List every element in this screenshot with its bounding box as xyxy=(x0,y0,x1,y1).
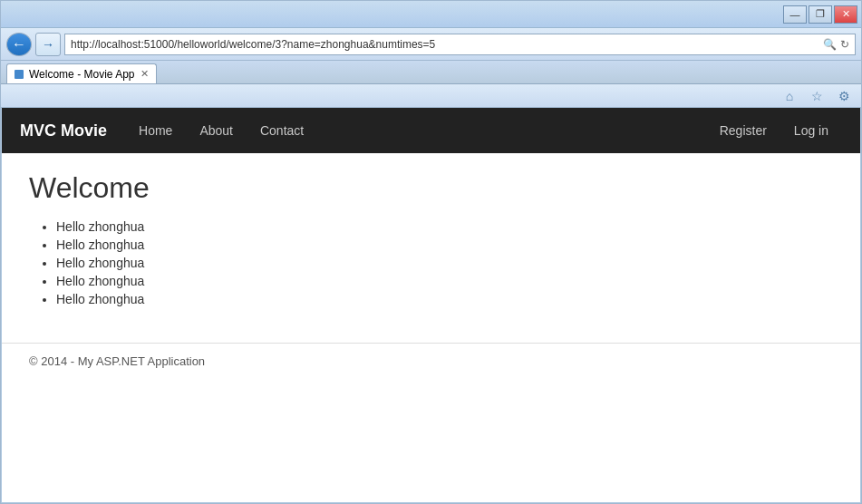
nav-link-about[interactable]: About xyxy=(186,108,247,153)
page-footer: © 2014 - My ASP.NET Application xyxy=(2,343,860,379)
tab-close-icon[interactable]: ✕ xyxy=(140,68,149,80)
tab-bar: Welcome - Movie App ✕ xyxy=(1,61,861,84)
list-item: Hello zhonghua xyxy=(56,292,790,306)
back-button[interactable]: ← xyxy=(6,33,32,56)
favorites-icon[interactable]: ☆ xyxy=(807,87,827,105)
list-item: Hello zhonghua xyxy=(56,237,790,252)
nav-link-home[interactable]: Home xyxy=(125,108,186,153)
footer-text: © 2014 - My ASP.NET Application xyxy=(29,354,205,368)
tab-label: Welcome - Movie App xyxy=(29,68,135,81)
address-icons: 🔍 ↻ xyxy=(823,38,849,51)
browser-window: — ❐ ✕ ← → http://localhost:51000/hellowo… xyxy=(0,0,862,504)
home-icon[interactable]: ⌂ xyxy=(780,87,799,105)
list-item: Hello zhonghua xyxy=(56,219,790,234)
tab-favicon xyxy=(15,70,24,79)
nav-bar: ← → http://localhost:51000/helloworld/we… xyxy=(1,28,861,61)
browser-tab[interactable]: Welcome - Movie App ✕ xyxy=(6,63,157,83)
address-bar[interactable]: http://localhost:51000/helloworld/welcom… xyxy=(64,34,856,55)
close-button[interactable]: ✕ xyxy=(834,5,857,24)
search-icon[interactable]: 🔍 xyxy=(823,38,837,51)
refresh-icon[interactable]: ↻ xyxy=(840,38,849,51)
app-navbar: MVC Movie Home About Contact Register Lo… xyxy=(2,108,860,153)
nav-link-register[interactable]: Register xyxy=(706,108,780,153)
hello-list: Hello zhonghua Hello zhonghua Hello zhon… xyxy=(29,219,790,306)
minimize-button[interactable]: — xyxy=(783,5,807,24)
list-item: Hello zhonghua xyxy=(56,274,790,288)
title-bar-buttons: — ❐ ✕ xyxy=(783,5,857,24)
app-auth-links: Register Log in xyxy=(706,108,842,153)
nav-link-login[interactable]: Log in xyxy=(780,108,842,153)
page-main: Welcome Hello zhonghua Hello zhonghua He… xyxy=(2,153,818,343)
app-nav-links: Home About Contact xyxy=(125,108,317,153)
nav-link-contact[interactable]: Contact xyxy=(247,108,317,153)
url-text: http://localhost:51000/helloworld/welcom… xyxy=(71,38,823,51)
settings-icon[interactable]: ⚙ xyxy=(834,87,854,105)
title-bar: — ❐ ✕ xyxy=(1,1,861,28)
page-title: Welcome xyxy=(29,171,790,205)
restore-button[interactable]: ❐ xyxy=(809,5,832,24)
app-brand[interactable]: MVC Movie xyxy=(20,121,107,141)
page-frame: MVC Movie Home About Contact Register Lo… xyxy=(1,108,861,503)
browser-toolbar: ⌂ ☆ ⚙ xyxy=(1,84,861,108)
list-item: Hello zhonghua xyxy=(56,256,790,270)
forward-button[interactable]: → xyxy=(35,33,61,56)
